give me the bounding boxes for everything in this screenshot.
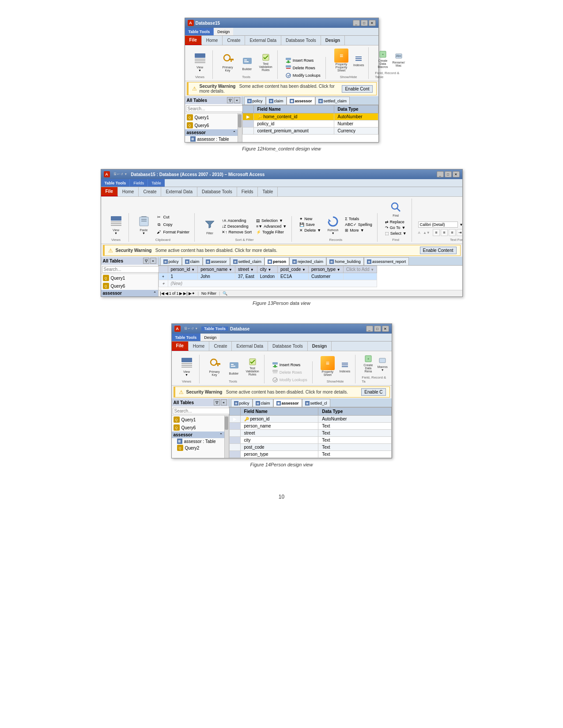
sub-item-assessor-table-1[interactable]: ▦ assessor : Table xyxy=(185,136,238,142)
security-enable-btn-3[interactable]: Enable C xyxy=(361,388,385,396)
maximize-btn-1[interactable]: □ xyxy=(361,20,368,26)
panel-section-assessor-1[interactable]: assessor ⌃ xyxy=(185,129,238,136)
maximize-btn-2[interactable]: □ xyxy=(445,171,452,177)
th-street-2[interactable]: street ▼ xyxy=(235,266,257,273)
title-controls-1[interactable]: _ □ ✕ xyxy=(353,20,376,26)
builder-btn-3[interactable]: Builder xyxy=(225,356,243,376)
delete-rows-btn-1[interactable]: Delete Rows xyxy=(284,64,322,71)
prev-record-btn-2[interactable]: ◀ xyxy=(165,291,168,296)
ribbon-tab-dbtools-1[interactable]: Database Tools xyxy=(281,36,321,45)
ribbon-tab-file-3[interactable]: File xyxy=(172,341,189,351)
indexes-btn-3[interactable]: Indexes xyxy=(338,359,352,374)
first-record-btn-2[interactable]: |◀ xyxy=(160,291,164,296)
create-data-btn-3[interactable]: + Create Data Rena xyxy=(362,353,374,374)
align-right-btn-2[interactable]: ≡ xyxy=(449,229,456,236)
tab-claim-1[interactable]: ▦ claim xyxy=(266,97,287,105)
design-row-person-2[interactable]: person_name Text xyxy=(229,423,391,430)
ribbon-tab-design-3[interactable]: Design xyxy=(308,341,332,351)
close-btn-2[interactable]: ✕ xyxy=(453,171,460,177)
panel-menu-btn-1[interactable]: ▽ xyxy=(227,97,233,103)
find-btn-2[interactable]: Find xyxy=(387,199,404,218)
align-left-btn-2[interactable]: ≡ xyxy=(433,229,440,236)
tab-assessor-1[interactable]: ▦ assessor xyxy=(287,97,315,105)
design-tab-3[interactable]: Design xyxy=(200,334,220,341)
delete-btn-2[interactable]: ✕ Delete ▼ xyxy=(298,228,322,233)
panel-collapse-btn-3[interactable]: « xyxy=(221,399,227,405)
th-person-id-2[interactable]: person_id ▼ xyxy=(168,266,198,273)
modify-lookups-btn-3[interactable]: Modify Lookups xyxy=(271,376,309,383)
tab-assessor-2[interactable]: ▦ assessor xyxy=(203,257,230,265)
design-tab-1[interactable]: Design xyxy=(213,28,233,35)
tab-claim-2[interactable]: ▦ claim xyxy=(182,257,203,265)
spelling-btn-2[interactable]: ABC✓ Spelling xyxy=(344,222,374,227)
th-post-code-2[interactable]: post_code ▼ xyxy=(278,266,309,273)
design-row-person-5[interactable]: post_code Text xyxy=(229,444,391,451)
indent-btn-2[interactable]: ⇥ xyxy=(457,229,462,236)
test-validation-btn-1[interactable]: Test Validation Rules xyxy=(258,52,274,72)
panel-menu-btn-2[interactable]: ▽ xyxy=(143,258,149,264)
align-center-btn-2[interactable]: ≡ xyxy=(441,229,448,236)
ribbon-tab-home-2[interactable]: Home xyxy=(118,187,139,196)
design-row-1[interactable]: ▶ 🔑 home_content_id AutoNumber xyxy=(242,113,378,120)
last-record-btn-2[interactable]: ▶| xyxy=(183,291,187,296)
panel-section-assessor-2[interactable]: assessor ⌃ xyxy=(101,290,158,296)
ribbon-tab-create-1[interactable]: Create xyxy=(223,36,245,45)
design-row-3[interactable]: content_premium_amount Currency xyxy=(242,128,378,135)
select-btn-2[interactable]: ⬚ Select ▼ xyxy=(384,231,408,236)
ribbon-tab-file-2[interactable]: File xyxy=(101,187,118,196)
fields-tab-2[interactable]: Fields xyxy=(129,179,147,187)
builder-btn-1[interactable]: Builder xyxy=(238,52,256,72)
title-controls-3[interactable]: _ □ ✕ xyxy=(366,326,389,332)
replace-btn-2[interactable]: ⇄ Replace xyxy=(384,219,408,225)
font-select-2[interactable] xyxy=(418,221,458,228)
ribbon-tab-create-2[interactable]: Create xyxy=(139,187,161,196)
advanced-btn-2[interactable]: ≡▼ Advanced ▼ xyxy=(255,224,288,229)
format-painter-btn-2[interactable]: 🖌 Format Painter xyxy=(155,229,191,236)
ribbon-tab-create-3[interactable]: Create xyxy=(209,341,232,351)
copy-btn-2[interactable]: ⧉ Copy xyxy=(155,221,191,228)
sub-item-assessor-table-3[interactable]: ▦ assessor : Table xyxy=(172,438,224,444)
indexes-btn-1[interactable]: Indexes xyxy=(352,53,365,68)
data-row-person-1[interactable]: + 1 John 37, East London EC1A Customer xyxy=(159,273,377,280)
panel-section-assessor-3[interactable]: assessor ⌃ xyxy=(172,432,224,438)
new-record-btn-2[interactable]: ▶✦ xyxy=(189,291,195,296)
panel-item-query1-3[interactable]: Q Query1 xyxy=(172,416,224,424)
tab-home-building-2[interactable]: ▦ home_building xyxy=(326,257,364,265)
panel-item-query6-3[interactable]: Q Query6 xyxy=(172,424,224,432)
panel-menu-btn-3[interactable]: ▽ xyxy=(214,399,220,405)
ribbon-tab-file-1[interactable]: File xyxy=(185,36,202,45)
search-input-3[interactable] xyxy=(173,408,232,414)
tab-settled-1[interactable]: ▦ settled_claim xyxy=(315,97,350,105)
close-btn-1[interactable]: ✕ xyxy=(369,20,376,26)
ribbon-tab-external-2[interactable]: External Data xyxy=(161,187,197,196)
panel-item-query1-1[interactable]: Q Query1 xyxy=(185,113,238,121)
paste-btn-2[interactable]: Paste ▼ xyxy=(135,213,153,236)
view-btn-2[interactable]: View ▼ xyxy=(107,213,125,236)
tab-claim-3[interactable]: ▦ claim xyxy=(253,399,273,407)
maximize-btn-3[interactable]: □ xyxy=(374,326,381,332)
ribbon-tab-external-3[interactable]: External Data xyxy=(232,341,268,351)
modify-lookups-btn-1[interactable]: Modify Lookups xyxy=(284,72,322,79)
tab-assessor-3[interactable]: ▦ assessor xyxy=(273,399,302,407)
rename-mac-btn-1[interactable]: Abc Rename/ Mac xyxy=(393,50,405,68)
ribbon-tab-design-1[interactable]: Design xyxy=(321,36,345,45)
table-tab-2[interactable]: Table xyxy=(147,179,165,187)
ribbon-tab-home-1[interactable]: Home xyxy=(202,36,223,45)
panel-collapse-btn-1[interactable]: « xyxy=(234,97,240,103)
tab-policy-2[interactable]: ▦ policy xyxy=(160,257,182,265)
th-click-add-2[interactable]: Click to Add ▼ xyxy=(343,266,377,273)
th-person-type-2[interactable]: person_type ▼ xyxy=(308,266,343,273)
primary-key-btn-3[interactable]: Primary Key xyxy=(206,355,223,378)
view-btn-1[interactable]: View ▼ xyxy=(191,50,209,73)
panel-item-query6-2[interactable]: Q Query6 xyxy=(101,282,158,290)
macros-btn-3[interactable]: Macros ▼ xyxy=(376,355,389,372)
design-row-person-3[interactable]: street Text xyxy=(229,430,391,437)
remove-sort-btn-2[interactable]: ✕↑ Remove Sort xyxy=(220,229,253,235)
cut-btn-2[interactable]: ✂ Cut xyxy=(155,214,191,221)
ribbon-tab-dbtools-2[interactable]: Database Tools xyxy=(197,187,237,196)
tab-settled-2[interactable]: ▦ settled_claim xyxy=(230,257,265,265)
save-btn-2[interactable]: 💾 Save xyxy=(298,222,322,227)
property-sheet-btn-3[interactable]: ≡ Property Sheet xyxy=(319,355,336,378)
filter-btn-2[interactable]: Filter xyxy=(201,216,219,236)
tab-person-2[interactable]: ▦ person xyxy=(264,257,289,265)
